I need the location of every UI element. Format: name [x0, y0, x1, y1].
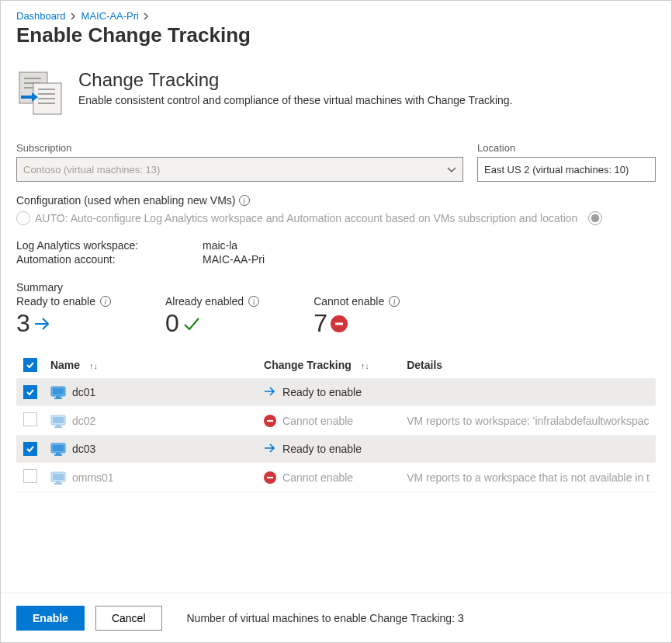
- automation-account-value: MAIC-AA-Pri: [203, 253, 265, 266]
- col-header-details-text: Details: [407, 359, 442, 371]
- enable-button[interactable]: Enable: [16, 606, 85, 631]
- col-header-ct-text: Change Tracking: [264, 359, 352, 371]
- col-header-name[interactable]: Name ↑↓: [44, 352, 258, 379]
- page-title: Enable Change Tracking: [16, 23, 656, 47]
- configuration-label-text: Configuration (used when enabling new VM…: [16, 194, 236, 207]
- log-analytics-workspace-label: Log Analytics workspace:: [16, 239, 203, 252]
- footer-count-text: Number of virtual machines to enable Cha…: [187, 612, 464, 624]
- row-checkbox[interactable]: [23, 442, 37, 456]
- vm-table: Name ↑↓ Change Tracking ↑↓ Details: [16, 352, 656, 492]
- configuration-label: Configuration (used when enabling new VM…: [16, 194, 656, 207]
- info-icon[interactable]: i: [100, 296, 111, 307]
- footer-bar: Enable Cancel Number of virtual machines…: [1, 593, 671, 642]
- error-icon: [264, 471, 276, 484]
- status-text: Ready to enable: [282, 386, 362, 398]
- table-row[interactable]: dc01 Ready to enable: [16, 379, 656, 406]
- arrow-right-icon: [264, 443, 276, 455]
- hero-title: Change Tracking: [78, 69, 513, 91]
- hero-subtitle: Enable consistent control and compliance…: [78, 94, 513, 106]
- svg-rect-24: [53, 474, 64, 480]
- svg-rect-20: [53, 445, 64, 451]
- error-icon: [331, 315, 348, 332]
- svg-rect-21: [56, 453, 61, 454]
- chevron-down-icon: [447, 164, 456, 176]
- summary-ready: Ready to enable i 3: [16, 295, 111, 338]
- subscription-select: Contoso (virtual machines: 13): [16, 157, 463, 182]
- table-row: dc02 Cannot enable VM reports to workspa…: [16, 406, 656, 436]
- radio-auto-label: AUTO: Auto-configure Log Analytics works…: [35, 212, 577, 224]
- status-text: Cannot enable: [282, 415, 353, 427]
- info-icon[interactable]: i: [239, 195, 250, 206]
- change-tracking-icon: [16, 69, 64, 117]
- location-value: East US 2 (virtual machines: 10): [484, 164, 629, 176]
- details-text: VM reports to a workspace that is not av…: [407, 471, 649, 484]
- info-icon[interactable]: i: [389, 296, 400, 307]
- arrow-right-icon: [264, 386, 276, 398]
- automation-account-label: Automation account:: [16, 253, 203, 266]
- svg-rect-16: [56, 425, 61, 426]
- summary-already-label: Already enabled: [165, 295, 244, 308]
- breadcrumb-item-automation-account[interactable]: MAIC-AA-Pri: [81, 10, 139, 22]
- row-checkbox: [23, 469, 37, 483]
- vm-name: omms01: [72, 471, 114, 484]
- select-all-checkbox[interactable]: [23, 358, 37, 372]
- svg-rect-11: [53, 388, 64, 394]
- subscription-label: Subscription: [16, 142, 463, 154]
- summary-already-value: 0: [165, 309, 179, 338]
- chevron-right-icon: [71, 12, 77, 20]
- error-icon: [264, 415, 276, 427]
- breadcrumb: Dashboard MAIC-AA-Pri: [16, 10, 656, 22]
- col-header-change-tracking[interactable]: Change Tracking ↑↓: [258, 352, 400, 379]
- location-select[interactable]: East US 2 (virtual machines: 10): [477, 157, 656, 182]
- chevron-right-icon: [144, 12, 150, 20]
- svg-rect-26: [54, 483, 62, 485]
- svg-rect-15: [53, 417, 64, 423]
- svg-rect-13: [54, 398, 62, 399]
- summary-cannot: Cannot enable i 7: [313, 295, 400, 338]
- status-text: Cannot enable: [282, 471, 353, 484]
- summary-ready-value: 3: [16, 309, 30, 338]
- svg-rect-12: [56, 396, 61, 398]
- vm-name: dc02: [72, 415, 95, 427]
- log-analytics-workspace-value: maic-la: [203, 239, 237, 252]
- hero-header: Change Tracking Enable consistent contro…: [16, 69, 656, 117]
- checkmark-icon: [182, 309, 201, 338]
- sort-icon: ↑↓: [361, 361, 369, 370]
- col-header-name-text: Name: [50, 359, 80, 371]
- table-row: omms01 Cannot enable VM reports to a wor…: [16, 463, 656, 492]
- arrow-right-icon: [33, 309, 52, 338]
- svg-rect-17: [54, 426, 62, 428]
- summary-label: Summary: [16, 281, 656, 294]
- location-label: Location: [477, 142, 656, 154]
- vm-icon: [50, 471, 64, 484]
- info-icon[interactable]: i: [248, 296, 259, 307]
- row-checkbox[interactable]: [23, 385, 37, 399]
- table-row[interactable]: dc03 Ready to enable: [16, 436, 656, 463]
- vm-icon: [50, 415, 64, 427]
- details-text: VM reports to workspace: 'infralabdefaul…: [407, 415, 649, 427]
- sort-icon: ↑↓: [89, 361, 98, 370]
- radio-auto: [16, 211, 30, 225]
- col-header-details[interactable]: Details: [400, 352, 656, 379]
- subscription-value: Contoso (virtual machines: 13): [23, 164, 160, 176]
- vm-name: dc03: [72, 443, 95, 455]
- summary-cannot-label: Cannot enable: [313, 295, 384, 308]
- radio-custom: [588, 211, 602, 225]
- svg-rect-22: [54, 454, 62, 456]
- status-text: Ready to enable: [282, 443, 362, 455]
- breadcrumb-item-dashboard[interactable]: Dashboard: [16, 10, 66, 22]
- svg-rect-25: [56, 481, 61, 483]
- summary-already: Already enabled i 0: [165, 295, 259, 338]
- vm-icon: [50, 386, 64, 398]
- cancel-button[interactable]: Cancel: [95, 606, 162, 631]
- vm-name: dc01: [72, 386, 95, 398]
- vm-icon: [50, 443, 64, 455]
- summary-ready-label: Ready to enable: [16, 295, 95, 308]
- row-checkbox: [23, 412, 37, 426]
- summary-cannot-value: 7: [313, 309, 327, 338]
